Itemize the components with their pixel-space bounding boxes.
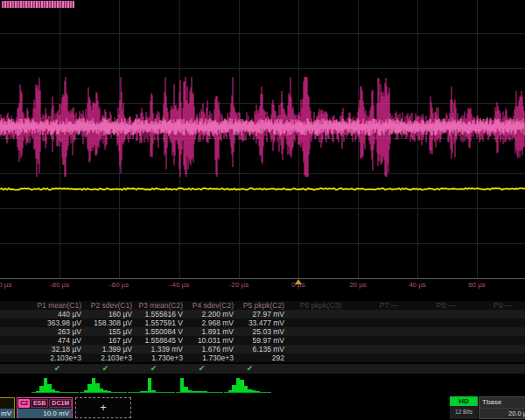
measure-value: 59.97 mV (236, 336, 287, 345)
measure-value: 158.308 µV (84, 318, 135, 327)
axis-tick-label: -60 µs (109, 281, 129, 289)
c2-badges: C2 ESB DC1M (18, 398, 72, 409)
measure-value: 1.730e+3 (135, 354, 186, 362)
acquisition-mode-box[interactable]: HD 12 Bits (450, 396, 478, 419)
measure-header-unused[interactable]: P9:--- (458, 301, 514, 310)
status-check-icon: ✔ (33, 364, 81, 374)
add-channel-button[interactable]: + (75, 397, 131, 418)
measure-value: 1.555616 V (135, 310, 186, 318)
measure-value: 1.730e+3 (186, 354, 236, 362)
measure-table: P1 mean(C1)P2 sdev(C1)P3 mean(C2)P4 sdev… (0, 301, 525, 362)
measure-row: 474 µV167 µV1.558645 V10.031 mV59.97 mV (0, 336, 525, 345)
histicon-bar (204, 391, 208, 392)
status-check-icon: ✔ (130, 364, 178, 374)
axis-tick-label: -20 µs (229, 281, 248, 289)
c2-scale: 10.0 mV (18, 409, 72, 418)
timebase-label: Tbase (480, 397, 525, 409)
timebase-value: 20.0 µs/div (508, 409, 525, 419)
histicon (80, 376, 127, 393)
measure-value: 32.18 µV (33, 345, 84, 354)
measure-value: 440 µV (33, 310, 84, 318)
status-row: ✔✔✔✔✔ (0, 364, 525, 374)
axis-tick-label: 20 µs (349, 281, 367, 289)
measure-value: 2.103e+3 (84, 354, 135, 362)
measure-header[interactable]: P3 mean(C2) (135, 301, 186, 310)
measure-value: 363.98 µV (33, 318, 84, 327)
measure-row: 2.103e+32.103e+31.730e+31.730e+3292 (0, 354, 525, 362)
measure-value: 33.477 mV (236, 318, 287, 327)
measure-value: 263 µV (33, 327, 84, 336)
measure-header-unused[interactable]: P8:--- (401, 301, 458, 310)
measure-value: 155 µV (84, 327, 135, 336)
axis-tick-label: 40 µs (409, 281, 426, 289)
measure-value: 2.103e+3 (33, 354, 84, 362)
bottom-bar: C1 DC1M 10.0 mV C2 ESB DC1M 10.0 mV + HD… (0, 396, 525, 420)
measure-value: 25.03 mV (236, 327, 287, 336)
c1-badges: C1 DC1M (0, 398, 14, 409)
channel-c2-descriptor[interactable]: C2 ESB DC1M 10.0 mV (17, 397, 73, 418)
measure-value: 6.135 mV (236, 345, 287, 354)
histicon (224, 376, 271, 393)
hd-mode-badge: HD (450, 396, 478, 406)
measure-value: 474 µV (33, 336, 84, 345)
histicon (32, 376, 79, 393)
histicon (128, 376, 175, 393)
measure-value: 2.968 mV (186, 318, 236, 327)
timebase-descriptor[interactable]: Tbase 20.0 µs/div (479, 396, 525, 419)
measure-row: 363.98 µV158.308 µV1.557591 V2.968 mV33.… (0, 318, 525, 327)
measure-value: 167 µV (84, 336, 135, 345)
c2-channel-badge: C2 (18, 399, 30, 408)
measure-value: 1.558645 V (135, 336, 186, 345)
measure-value: 1.399 µV (84, 345, 135, 354)
axis-tick-label: 60 µs (468, 281, 486, 289)
status-check-icon: ✔ (178, 364, 226, 374)
trigger-time-marker[interactable] (295, 279, 302, 284)
measure-header[interactable]: P5 pkpk(C2) (236, 301, 287, 310)
axis-tick-label: -80 µs (50, 281, 69, 289)
oscilloscope-screen: -100 µs-80 µs-60 µs-40 µs-20 µs0 µs20 µs… (0, 0, 525, 420)
axis-labels: -100 µs-80 µs-60 µs-40 µs-20 µs0 µs20 µs… (0, 281, 525, 290)
time-axis-line (0, 278, 525, 279)
measure-header-unused[interactable]: P7:--- (344, 301, 401, 310)
trace-annotation-strip (2, 1, 74, 8)
timebase-value-row: 20.0 µs/div (480, 409, 525, 419)
measure-value: 1.550084 V (135, 327, 186, 336)
histicon-bar (151, 390, 156, 392)
waveform-display[interactable] (0, 0, 525, 278)
measure-header-unused[interactable]: P6 pkpk(C3) (287, 301, 344, 310)
measure-value: 1.557591 V (135, 318, 186, 327)
measure-value: 1.339 mV (135, 345, 186, 354)
measure-header[interactable]: P4 sdev(C2) (186, 301, 236, 310)
c1-scale: 10.0 mV (0, 409, 14, 418)
histicon-bar (256, 391, 260, 392)
measure-header-unused[interactable]: P10:--- (514, 301, 525, 310)
measure-value: 160 µV (84, 310, 135, 318)
bit-depth-label: 12 Bits (450, 406, 478, 418)
status-check-icon: ✔ (226, 364, 274, 374)
axis-tick-label: -40 µs (170, 281, 189, 289)
measure-header[interactable]: P2 sdev(C1) (84, 301, 135, 310)
histicon-row (0, 376, 525, 395)
measure-value: 292 (236, 354, 287, 362)
measure-header-row: P1 mean(C1)P2 sdev(C1)P3 mean(C2)P4 sdev… (0, 301, 525, 310)
histicon-bar (55, 391, 60, 392)
c2-mode-badge: ESB (31, 399, 48, 408)
measure-row: 32.18 µV1.399 µV1.339 mV1.676 mV6.135 mV (0, 345, 525, 354)
measure-row: 440 µV160 µV1.555616 V2.200 mV27.97 mV (0, 310, 525, 318)
channel-c1-descriptor[interactable]: C1 DC1M 10.0 mV (0, 397, 15, 418)
axis-tick-label: -100 µs (0, 281, 11, 289)
c2-coupling-badge: DC1M (49, 399, 72, 408)
measure-row: 263 µV155 µV1.550084 V1.891 mV25.03 mV (0, 327, 525, 336)
measure-value: 1.676 mV (186, 345, 236, 354)
measure-header[interactable]: P1 mean(C1) (33, 301, 84, 310)
measure-value: 1.891 mV (186, 327, 236, 336)
measure-value: 2.200 mV (186, 310, 236, 318)
histicon (176, 376, 223, 393)
status-check-icon: ✔ (81, 364, 130, 374)
measure-value: 27.97 mV (236, 310, 287, 318)
histicon-bar (108, 391, 112, 392)
measure-value: 10.031 mV (186, 336, 236, 345)
